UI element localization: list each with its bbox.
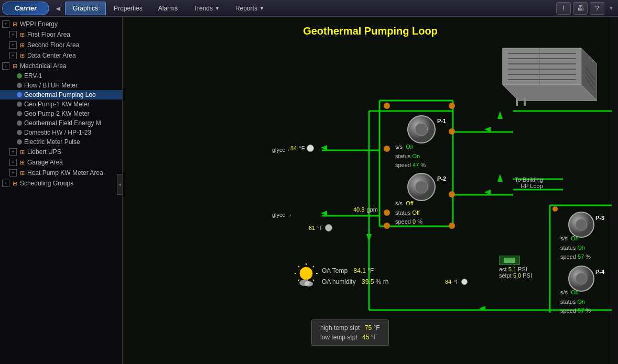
fitting-rm2 [449,191,455,197]
fitting-rm1 [449,128,455,135]
sidebar-label-liebert: Liebert UPS [27,148,61,156]
nav-back-button[interactable]: ◄ [52,3,64,14]
nav-icon-group: ! 🖶 ? ▼ [556,2,616,15]
expand-data-center[interactable]: + [9,52,17,59]
sensor-temp4: 84 °F [445,279,468,285]
sensor1-circle [307,145,314,152]
sensor-temp1: 84 °F [290,145,314,152]
tab-properties[interactable]: Properties [106,2,150,15]
high-temp-value: 75 [365,324,372,332]
fitting-lm2 [384,209,390,216]
sidebar-item-data-center[interactable]: + ⊞ Data Center Area [0,50,122,61]
sidebar-item-garage[interactable]: + ⊞ Garage Area [0,157,122,168]
expand-mechanical[interactable]: - [2,62,9,70]
expand-second-floor[interactable]: + [9,41,17,49]
to-building-text: To Building [515,177,543,183]
setpoints-box: high temp stpt 75 °F low temp stpt 45 °F [311,319,389,346]
oa-temp-label: OA Temp [322,267,348,274]
carrier-logo[interactable]: Carrier [2,2,49,15]
p1-ss-value: On [406,144,414,150]
hvac-unit [487,38,597,106]
fitting-tr1 [449,103,455,109]
sidebar-item-mechanical[interactable]: - ⊟ Mechanical Area [0,61,122,71]
sidebar-label-data-center: Data Center Area [27,52,76,59]
sidebar-label-mechanical: Mechanical Area [20,62,67,70]
expand-scheduling[interactable]: + [2,180,9,187]
sidebar-item-heat-pump-kw[interactable]: + ⊞ Heat Pump KW Meter Area [0,168,122,178]
expand-liebert[interactable]: + [9,148,17,156]
sidebar-label-geo-field: Geothermal Field Energy M [24,119,101,127]
svg-point-64 [305,281,313,286]
high-temp-label: high temp stpt [320,324,360,332]
p4-ss-value: On [571,289,579,295]
expand-garage[interactable]: + [9,159,17,166]
sensor-temp3: 61 °F [309,224,332,231]
sidebar-item-flow-btuh[interactable]: Flow / BTUH Meter [0,81,122,90]
geo-pumping-dot-icon [17,92,22,97]
sidebar-item-geo-pumping[interactable]: Geothermal Pumping Loo [0,90,122,100]
p1-status-value: On [412,153,420,159]
p2-ss-value: Off [406,200,413,206]
tab-graphics[interactable]: Graphics [65,2,106,15]
sidebar-item-electric-meter[interactable]: Electric Meter Pulse [0,137,122,147]
svg-line-62 [298,266,299,267]
sidebar-label-electric-meter: Electric Meter Pulse [24,138,80,146]
svg-line-58 [313,280,314,281]
expand-wppi[interactable]: + [2,20,9,28]
pressure-setpt-value: 5.0 [513,272,521,279]
help-icon-button[interactable]: ? [590,2,604,15]
oa-humidity-value: 39.5 [362,278,374,285]
tab-alarms[interactable]: Alarms [150,2,186,15]
svg-marker-38 [484,190,491,195]
garage-icon: ⊞ [18,158,26,167]
sidebar-item-first-floor[interactable]: + ⊞ First Floor Area [0,29,122,40]
weather-panel: OA Temp 84.1 °F OA humidity 39.5 % rh [322,266,388,288]
p1-speed-value: 47 [413,162,419,168]
svg-point-53 [576,273,587,284]
print-icon-button[interactable]: 🖶 [573,2,588,15]
sidebar-item-geo-pump1[interactable]: Geo Pump-1 KW Meter [0,100,122,109]
svg-marker-43 [479,306,485,311]
sidebar-item-domestic-hw[interactable]: Domestic HW / HP-1-23 [0,128,122,137]
page-title: Geothermal Pumping Loop [303,25,438,37]
svg-point-54 [300,267,312,280]
data-center-icon: ⊞ [18,51,26,60]
sidebar-label-domestic-hw: Domestic HW / HP-1-23 [24,129,91,136]
p4-status-value: On [577,299,585,305]
svg-line-60 [298,280,299,281]
geo-pump1-dot-icon [17,102,22,107]
p3-status-value: On [577,245,585,251]
tab-reports[interactable]: Reports ▼ [227,2,272,15]
expand-heat-pump-kw[interactable]: + [9,169,17,177]
low-temp-value: 45 [362,334,369,341]
gpm-value: 40.8 [353,206,364,213]
alert-icon-button[interactable]: ! [556,2,571,15]
nav-chevron-button[interactable]: ▼ [606,2,616,15]
fitting-br1 [449,223,455,229]
sidebar-item-geo-pump2[interactable]: Geo Pump-2 KW Meter [0,109,122,118]
sidebar-item-second-floor[interactable]: + ⊞ Second Floor Area [0,40,122,50]
sidebar-item-liebert[interactable]: + ⊞ Liebert UPS [0,147,122,157]
scrollbar-right[interactable] [612,17,618,364]
svg-rect-14 [516,98,518,106]
sidebar-label-second-floor: Second Floor Area [27,41,79,49]
pressure-display: act 5.1 PSI setpt 5.0 PSI [499,256,532,279]
svg-marker-37 [484,127,491,132]
sidebar-item-scheduling[interactable]: + ⊞ Scheduling Groups [0,178,122,189]
main-layout: + ⊞ WPPI Energy + ⊞ First Floor Area + ⊞… [0,17,618,364]
erv1-dot-icon [17,73,22,79]
hvac-canvas: Geothermal Pumping Loop [123,17,618,364]
scheduling-icon: ⊞ [10,179,19,187]
sidebar-item-erv1[interactable]: ERV-1 [0,71,122,81]
low-temp-label: low temp stpt [320,334,357,341]
first-floor-icon: ⊞ [18,30,26,39]
p1-label: P-1 [437,118,446,124]
tab-trends[interactable]: Trends ▼ [186,2,227,15]
mechanical-icon: ⊟ [10,62,19,70]
oa-humidity-label: OA humidity [322,278,356,285]
expand-first-floor[interactable]: + [9,31,17,38]
sidebar-item-geo-field[interactable]: Geothermal Field Energy M [0,118,122,128]
oa-temp-value: 84.1 [353,267,365,274]
sidebar-item-wppi[interactable]: + ⊞ WPPI Energy [0,19,122,29]
sidebar-collapse-handle[interactable]: ◄ [117,174,122,195]
